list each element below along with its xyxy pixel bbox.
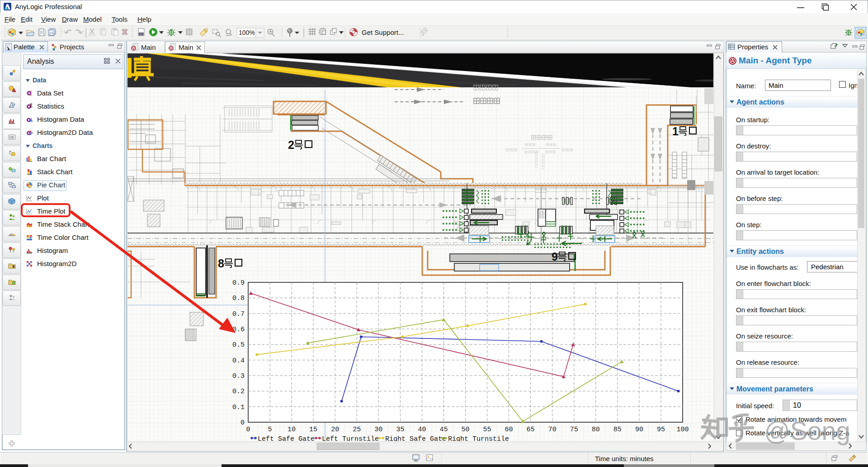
svg-text:@Song: @Song bbox=[764, 416, 850, 445]
